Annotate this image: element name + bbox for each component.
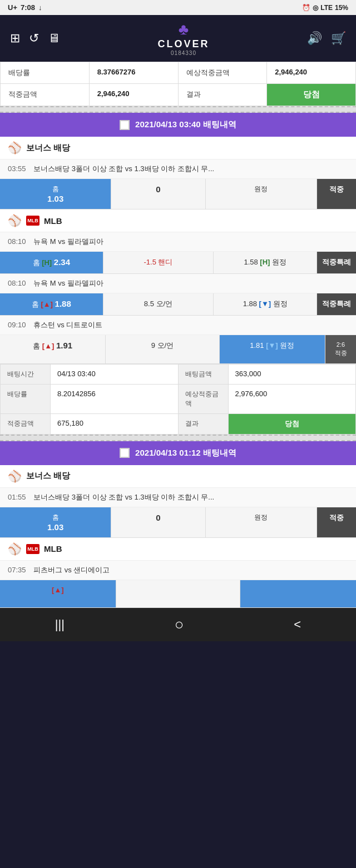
mlb-action-btn-1-2[interactable]: 적중특례: [317, 293, 356, 315]
mlb-away-odd-1-2: 1.88: [243, 300, 257, 308]
bonus-game-time-2: 01:55 보너스배당 3폴더 이상 조합 vs 1.3배당 이하 조합시 무.…: [0, 488, 356, 507]
mlb-home-arrow-1-3: [▲]: [42, 342, 55, 350]
info-row-1-2: 배당률 8.20142856 예상적중금액 2,976,600: [1, 385, 355, 414]
bet-checkbox-2[interactable]: [120, 448, 130, 458]
mlb-home-label-1-2: 홈: [32, 300, 41, 308]
volume-icon[interactable]: 🔊: [307, 31, 322, 46]
bonus-home-btn-2[interactable]: 홈 1.03: [0, 507, 111, 537]
mlb-time-1-3: 09:10: [8, 321, 26, 329]
mlb-home-btn-1-2[interactable]: 홈 [▲] 1.88: [0, 293, 103, 315]
value-배당률-1: 8.37667276: [90, 62, 179, 83]
mlb-teams-1-1: 뉴욕 M vs 필라델피아: [33, 237, 103, 246]
info-grid-1: 배팅시간 04/13 03:40 배팅금액 363,000 배당률 8.2014…: [0, 364, 356, 435]
back-btn[interactable]: <: [294, 617, 301, 632]
bonus-away-label-1: 원정: [209, 184, 313, 194]
mlb-away-arrow-1-1: [H]: [260, 258, 270, 266]
mlb-away-btn-1-1[interactable]: 1.58 [H] 원정: [214, 252, 317, 273]
mlb-handicap-btn-1-2[interactable]: 8.5 오/언: [103, 293, 214, 315]
bonus-draw-btn-2[interactable]: 0: [111, 507, 205, 537]
bet-header-2: 2021/04/13 01:12 배팅내역: [0, 441, 356, 465]
mlb-home-label-1-3: 홈: [33, 342, 42, 350]
mlb-action-label-1-2: 적중특례: [322, 300, 351, 308]
mlb-score-btn-1-3[interactable]: 2:6 적중: [325, 335, 356, 363]
mlb-teams-1-2: 뉴욕 M vs 필라델피아: [33, 279, 103, 287]
bonus-draw-val-2: 0: [115, 513, 201, 522]
betting-section-2: 2021/04/13 01:12 배팅내역 ⚾ 보너스 배당 01:55 보너스…: [0, 441, 356, 608]
home-btn[interactable]: ○: [175, 616, 184, 633]
info-label-배당률-2: 배당률: [1, 385, 51, 413]
cart-icon[interactable]: 🛒: [331, 31, 346, 46]
bonus-result-label-2: 적중: [329, 513, 344, 522]
bet-title-2: 2021/04/13 01:12 배팅내역: [135, 448, 236, 458]
download-icon: ↓: [38, 3, 42, 12]
mlb-away-label-1-2: 원정: [273, 300, 288, 308]
mlb-baseball-icon-2: ⚾: [8, 542, 22, 556]
mlb-away-btn-1-2[interactable]: 1.88 [▼] 원정: [214, 293, 317, 315]
mlb-label-1: MLB: [44, 216, 62, 226]
label-예상-1: 예상적중금액: [179, 62, 268, 83]
mlb-options-1-3: 홈 [▲] 1.91 9 오/언 1.81 [▼] 원정 2:6 적중: [0, 335, 356, 364]
bonus-label-1: 보너스 배당: [26, 143, 70, 153]
section-divider-2: [0, 435, 356, 441]
bonus-home-odd-2: 1.03: [3, 522, 107, 532]
mlb-home-btn-1-1[interactable]: 홈 [H] 2.34: [0, 252, 103, 273]
mlb-options-1-2: 홈 [▲] 1.88 8.5 오/언 1.88 [▼] 원정 적중특례: [0, 293, 356, 316]
mlb-game-time-1-3: 09:10 휴스턴 vs 디트로이트: [0, 316, 356, 335]
mlb-away-btn-2-1[interactable]: [240, 580, 356, 607]
label-적중금액-1: 적중금액: [1, 84, 90, 106]
mlb-away-btn-1-3[interactable]: 1.81 [▼] 원정: [220, 335, 325, 363]
info-row-1-1: 배팅시간 04/13 03:40 배팅금액 363,000: [1, 365, 355, 385]
monitor-icon[interactable]: 🖥: [48, 31, 60, 46]
mlb-mid-btn-2-1[interactable]: [116, 580, 241, 607]
baseball-icon-2: ⚾: [8, 470, 22, 483]
menu-btn[interactable]: |||: [55, 617, 65, 632]
carrier-label: U+: [8, 3, 17, 12]
logo-sub: 0184330: [171, 50, 196, 56]
bonus-draw-btn-1[interactable]: 0: [111, 179, 205, 209]
bonus-options-2: 홈 1.03 0 원정 적중: [0, 507, 356, 538]
mlb-handicap-btn-1-3[interactable]: 9 오/언: [106, 335, 219, 363]
bonus-options-1: 홈 1.03 0 원정 적중: [0, 179, 356, 209]
bet-checkbox-1[interactable]: [120, 120, 130, 130]
bonus-result-btn-2[interactable]: 적중: [317, 507, 356, 537]
grid-icon[interactable]: ⊞: [10, 31, 20, 46]
mlb-home-btn-1-3[interactable]: 홈 [▲] 1.91: [0, 335, 106, 363]
mlb-action-btn-1-1[interactable]: 적중특례: [317, 252, 356, 273]
info-val-예상-2: 2,976,600: [229, 385, 356, 413]
top-summary-table: 배당률 8.37667276 예상적중금액 2,946,240 적중금액 2,9…: [0, 62, 356, 106]
value-적중금액-1: 2,946,240: [90, 84, 179, 106]
bonus-time-2: 01:55: [8, 493, 26, 501]
bet-header-1: 2021/04/13 03:40 배팅내역: [0, 113, 356, 137]
info-label-예상-2: 예상적중금액: [179, 385, 229, 413]
logo: ♣ CLOVER 0184330: [157, 21, 209, 56]
info-val-배당률-2: 8.20142856: [51, 385, 179, 413]
section-divider-1: [0, 106, 356, 113]
mlb-away-label-1-3: 원정: [280, 341, 294, 350]
bonus-away-btn-2[interactable]: 원정: [206, 507, 317, 537]
bonus-away-btn-1[interactable]: 원정: [206, 179, 317, 209]
bonus-home-odd-1: 1.03: [3, 194, 107, 203]
bonus-home-btn-1[interactable]: 홈 1.03: [0, 179, 111, 209]
info-label-배팅금액: 배팅금액: [179, 365, 229, 384]
signal-label: LTE: [320, 4, 333, 12]
refresh-icon[interactable]: ↺: [29, 31, 39, 46]
bonus-result-label-1: 적중: [329, 185, 344, 193]
info-val-배팅시간: 04/13 03:40: [51, 365, 179, 384]
mlb-home-arrow-1-2: [▲]: [41, 300, 53, 308]
bonus-result-btn-1[interactable]: 적중: [317, 179, 356, 209]
mlb-sport-row-2: ⚾ MLB MLB: [0, 538, 356, 561]
mlb-home-arrow-2-1: [▲]: [52, 586, 64, 594]
mlb-home-arrow-1-1: [H]: [42, 258, 52, 267]
betting-section-1: 2021/04/13 03:40 배팅내역 ⚾ 보너스 배당 03:55 보너스…: [0, 113, 356, 435]
mlb-game-time-1-1: 08:10 뉴욕 M vs 필라델피아: [0, 232, 356, 252]
info-label-적중금액-2: 적중금액: [1, 414, 51, 434]
mlb-home-btn-2-1[interactable]: [▲]: [0, 580, 116, 607]
info-row-1-3: 적중금액 675,180 결과 당첨: [1, 414, 355, 434]
mlb-sport-row-1: ⚾ MLB MLB: [0, 209, 356, 232]
bottom-nav: ||| ○ <: [0, 608, 356, 641]
logo-text: CLOVER: [157, 38, 209, 50]
mlb-home-odd-1-1: 2.34: [54, 257, 70, 267]
mlb-time-2-1: 07:35: [8, 566, 26, 574]
mlb-handicap-btn-1-1[interactable]: -1.5 핸디: [103, 252, 214, 273]
status-left: U+ 7:08 ↓: [8, 3, 42, 12]
